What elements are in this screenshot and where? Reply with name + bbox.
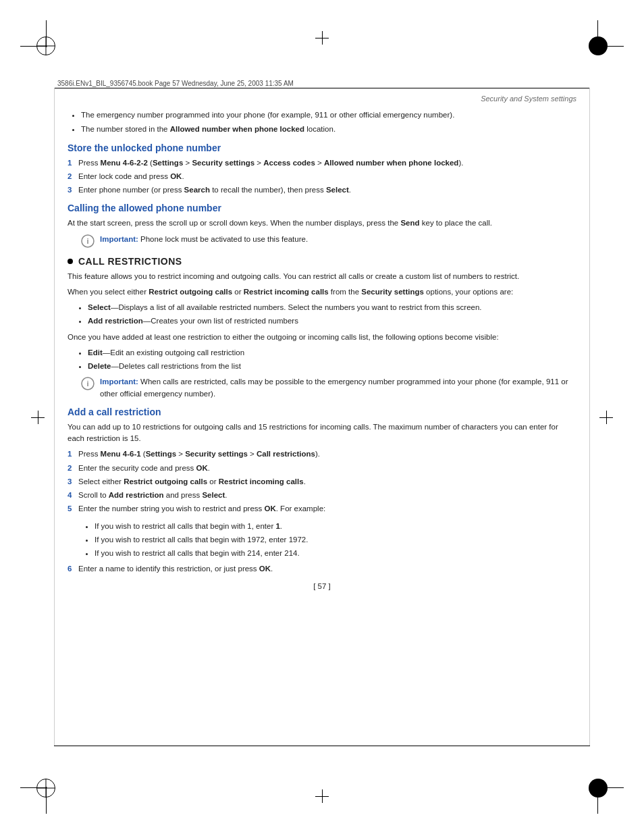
important-icon-2: i <box>81 377 95 390</box>
call-restrict-body3: Once you have added at least one restric… <box>68 332 576 343</box>
add-step-1: 1 Press Menu 4-6-1 (Settings > Security … <box>68 448 576 460</box>
add-step-6-list: 6 Enter a name to identify this restrict… <box>68 563 576 575</box>
call-restrict-important-box: i Important: When calls are restricted, … <box>81 376 576 400</box>
svg-text:i: i <box>86 237 88 245</box>
important-icon-1: i <box>81 234 95 248</box>
call-restrict-visible-options: Edit—Edit an existing outgoing call rest… <box>68 347 576 373</box>
option-add-restriction: Add restriction—Creates your own list of… <box>88 315 576 327</box>
center-mark-top <box>315 31 329 45</box>
store-steps-list: 1 Press Menu 4-6-2-2 (Settings > Securit… <box>68 157 576 197</box>
option-edit: Edit—Edit an existing outgoing call rest… <box>88 347 576 359</box>
section-label: Security and System settings <box>68 95 576 103</box>
vline-right <box>589 88 590 746</box>
reg-circle-br <box>589 779 608 798</box>
center-mark-left <box>31 411 45 424</box>
option-delete: Delete—Deletes call restrictions from th… <box>88 361 576 372</box>
example-3: If you wish to restrict all calls that b… <box>95 548 576 559</box>
calling-section-title: Calling the allowed phone number <box>68 203 576 213</box>
call-restrictions-bullet <box>68 259 73 264</box>
reg-circle-tr <box>589 36 608 55</box>
add-restriction-steps: 1 Press Menu 4-6-1 (Settings > Security … <box>68 448 576 515</box>
add-step-4: 4 Scroll to Add restriction and press Se… <box>68 490 576 501</box>
add-step-5: 5 Enter the number string you wish to re… <box>68 503 576 515</box>
page: 3586i.ENv1_BIL_9356745.book Page 57 Wedn… <box>0 0 644 834</box>
reg-circle-bl <box>36 779 55 798</box>
add-restriction-examples: If you wish to restrict all calls that b… <box>74 521 576 560</box>
call-restrictions-header: CALL RESTRICTIONS <box>68 256 576 267</box>
calling-important-text: Important: Phone lock must be activated … <box>100 234 308 245</box>
page-number: [ 57 ] <box>68 582 576 590</box>
store-step-2: 2 Enter lock code and press OK. <box>68 171 576 182</box>
call-restrict-important-text: Important: When calls are restricted, ca… <box>100 376 576 400</box>
add-step-6: 6 Enter a name to identify this restrict… <box>68 563 576 575</box>
add-restriction-body: You can add up to 10 restrictions for ou… <box>68 421 576 445</box>
svg-text:i: i <box>86 380 88 388</box>
vline-left <box>54 88 55 746</box>
call-restrict-body1: This feature allows you to restrict inco… <box>68 271 576 282</box>
add-restriction-title: Add a call restriction <box>68 407 576 417</box>
intro-bullets: The emergency number programmed into you… <box>68 109 576 136</box>
calling-important-box: i Important: Phone lock must be activate… <box>81 234 576 248</box>
example-2: If you wish to restrict all calls that b… <box>95 534 576 546</box>
store-step-3: 3 Enter phone number (or press Search to… <box>68 184 576 196</box>
call-restrict-options: Select—Displays a list of all available … <box>68 302 576 328</box>
intro-bullet-1: The emergency number programmed into you… <box>81 109 576 121</box>
add-step-3: 3 Select either Restrict outgoing calls … <box>68 476 576 488</box>
calling-body: At the start screen, press the scroll up… <box>68 217 576 229</box>
header-text: 3586i.ENv1_BIL_9356745.book Page 57 Wedn… <box>57 80 294 87</box>
call-restrict-body2: When you select either Restrict outgoing… <box>68 286 576 298</box>
main-content: Security and System settings The emergen… <box>68 95 576 739</box>
example-1: If you wish to restrict all calls that b… <box>95 521 576 532</box>
center-mark-right <box>599 411 613 424</box>
center-mark-bottom <box>315 789 329 803</box>
add-step-2: 2 Enter the security code and press OK. <box>68 463 576 474</box>
reg-circle-tl <box>36 36 55 55</box>
store-step-1: 1 Press Menu 4-6-2-2 (Settings > Securit… <box>68 157 576 169</box>
intro-bullet-2: The number stored in the Allowed number … <box>81 124 576 135</box>
header-line <box>54 88 590 88</box>
option-select: Select—Displays a list of all available … <box>88 302 576 313</box>
call-restrictions-title: CALL RESTRICTIONS <box>78 256 182 267</box>
store-section-title: Store the unlocked phone number <box>68 142 576 153</box>
footer-line <box>54 746 590 746</box>
